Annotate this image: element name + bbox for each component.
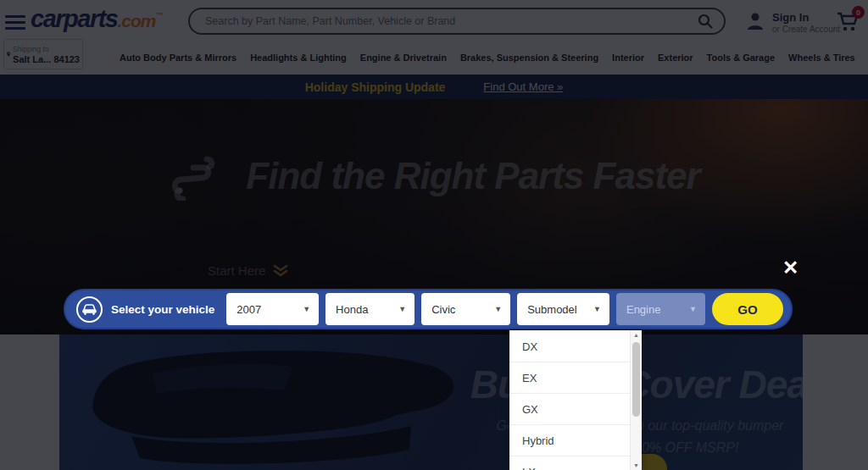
chevron-down-icon: ▼ bbox=[593, 305, 601, 313]
go-button[interactable]: GO bbox=[712, 293, 783, 325]
vehicle-selector-bar: Select your vehicle 2007 ▼ Honda ▼ Civic… bbox=[64, 289, 793, 329]
engine-value: Engine bbox=[626, 303, 660, 316]
submodel-options-list: DXEXGXHybridLX bbox=[509, 331, 630, 470]
model-value: Civic bbox=[431, 303, 455, 316]
selector-label: Select your vehicle bbox=[111, 303, 214, 316]
model-dropdown[interactable]: Civic ▼ bbox=[421, 293, 510, 325]
submodel-option[interactable]: GX bbox=[509, 394, 630, 425]
dropdown-scrollbar[interactable]: ▲ ▼ bbox=[630, 330, 642, 470]
make-dropdown[interactable]: Honda ▼ bbox=[326, 293, 415, 325]
scroll-down-icon[interactable]: ▼ bbox=[631, 462, 642, 468]
engine-dropdown-disabled: Engine ▼ bbox=[616, 293, 705, 325]
submodel-value: Submodel bbox=[527, 303, 577, 316]
submodel-option[interactable]: DX bbox=[509, 331, 630, 362]
submodel-options-panel: DXEXGXHybridLX ▲ ▼ bbox=[509, 330, 642, 470]
submodel-dropdown[interactable]: Submodel ▼ bbox=[517, 293, 609, 325]
make-value: Honda bbox=[336, 303, 368, 316]
chevron-down-icon: ▼ bbox=[398, 305, 406, 313]
submodel-option[interactable]: LX bbox=[509, 456, 630, 470]
year-value: 2007 bbox=[236, 303, 261, 316]
submodel-option[interactable]: Hybrid bbox=[509, 425, 630, 456]
close-icon[interactable]: ✕ bbox=[782, 258, 798, 278]
chevron-down-icon: ▼ bbox=[494, 305, 502, 313]
scrollbar-thumb[interactable] bbox=[632, 342, 640, 417]
chevron-down-icon: ▼ bbox=[303, 305, 310, 313]
chevron-down-icon: ▼ bbox=[689, 305, 697, 313]
car-icon bbox=[76, 296, 103, 323]
scroll-up-icon[interactable]: ▲ bbox=[631, 332, 642, 338]
modal-dim-overlay[interactable] bbox=[0, 0, 868, 470]
year-dropdown[interactable]: 2007 ▼ bbox=[226, 293, 319, 325]
submodel-option[interactable]: EX bbox=[509, 362, 630, 394]
